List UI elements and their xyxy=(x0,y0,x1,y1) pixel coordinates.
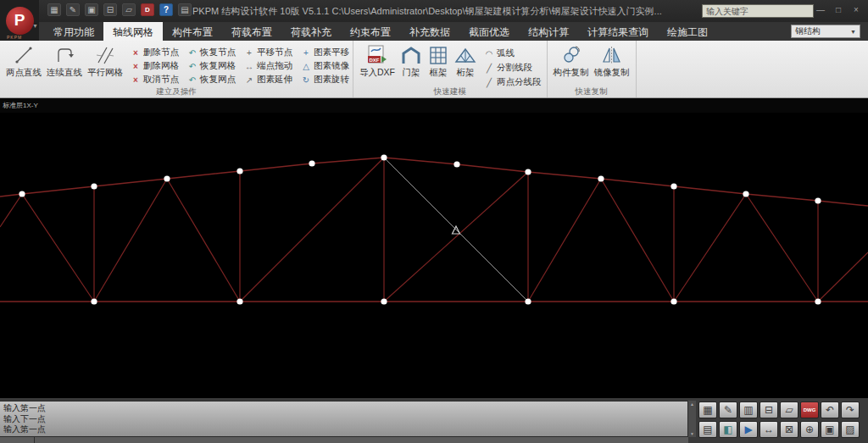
command-line: 输入下一点 xyxy=(3,414,687,425)
print-icon[interactable]: ⊟ xyxy=(103,3,117,16)
group-label-quick-model: 快速建模 xyxy=(353,86,547,97)
fit-button[interactable]: ▨ xyxy=(841,421,860,438)
truss-node xyxy=(236,298,242,304)
logo-dropdown-caret-icon[interactable]: ▼ xyxy=(32,23,38,29)
dwg-button[interactable]: DWG xyxy=(800,401,819,418)
tab-extra-data[interactable]: 补充数据 xyxy=(400,22,459,41)
save-button[interactable]: ▦ xyxy=(698,401,717,418)
frame-button[interactable]: 框架 xyxy=(425,43,452,80)
tab-common[interactable]: 常用功能 xyxy=(44,22,103,41)
portal-frame-button[interactable]: 门架 xyxy=(398,43,425,80)
ribbon: 两点直线 连续直线 平行网格 ×删除节点 ↶恢复 xyxy=(0,41,868,98)
command-input-divider xyxy=(34,437,35,443)
truss-diagonal-member xyxy=(240,158,384,302)
mirror-copy-icon xyxy=(601,45,623,65)
tab-section-optimize[interactable]: 截面优选 xyxy=(459,22,519,41)
mirror-copy-button[interactable]: 镜像复制 xyxy=(592,43,632,80)
restore-node-button[interactable]: ↶恢复节点 xyxy=(187,47,236,58)
truss-node xyxy=(381,154,387,160)
tab-structure-calc[interactable]: 结构计算 xyxy=(519,22,578,41)
zoom-scale-button[interactable]: ⊕ xyxy=(800,421,819,438)
open-folder-icon[interactable]: ▱ xyxy=(122,3,136,16)
two-point-line-icon xyxy=(14,45,34,65)
tab-construction-drawing[interactable]: 绘施工图 xyxy=(658,22,717,41)
truss-top-chord xyxy=(0,158,868,206)
parallel-grid-button[interactable]: 平行网格 xyxy=(85,43,125,80)
move-node-button[interactable]: +平移节点 xyxy=(244,47,292,58)
arc-tools: ◠弧线 ╱分割线段 ╱两点分线段 xyxy=(484,47,542,88)
title-bar: ▦✎▣⊟▱D?▤ PKPM 结构设计软件 10版 V5.1.1 C:\Users… xyxy=(0,0,868,22)
command-input-bar[interactable] xyxy=(0,437,688,443)
zoom-window-button[interactable]: ⊠ xyxy=(780,421,798,438)
truss-node xyxy=(309,160,314,166)
minimize-button[interactable]: — xyxy=(815,4,826,16)
window-title: PKPM 结构设计软件 10版 V5.1.1 C:\Users\Administ… xyxy=(192,5,662,18)
truss-button[interactable]: 桁架 xyxy=(452,43,479,80)
undo-button[interactable]: ↶ xyxy=(821,401,839,418)
restore-gridpoint-button[interactable]: ↶恢复网点 xyxy=(187,74,236,86)
edit-note-icon[interactable]: ▤ xyxy=(178,3,192,16)
tab-member-layout[interactable]: 构件布置 xyxy=(163,22,222,41)
member-copy-icon xyxy=(560,45,582,65)
save-template-button[interactable]: ▥ xyxy=(739,401,758,418)
truss-node xyxy=(525,169,531,174)
truss-node xyxy=(670,298,676,304)
truss-node xyxy=(91,183,97,189)
command-scrollbar[interactable]: ▲ ▼ xyxy=(688,401,696,437)
help-icon[interactable]: ? xyxy=(159,3,173,16)
scroll-down-icon[interactable]: ▼ xyxy=(690,431,694,436)
drawing-canvas[interactable] xyxy=(0,113,868,398)
group-label-quick-copy: 快速复制 xyxy=(548,86,636,97)
material-dropdown[interactable]: 钢结构 ▼ xyxy=(791,25,860,38)
cancel-node-button[interactable]: ×取消节点 xyxy=(131,74,179,86)
continuous-line-button[interactable]: 连续直线 xyxy=(44,43,85,80)
element-extend-button[interactable]: ↗图素延伸 xyxy=(244,74,292,86)
pan-button[interactable]: ▣ xyxy=(821,421,839,438)
tab-load-layout[interactable]: 荷载布置 xyxy=(222,22,281,41)
view-tool-button[interactable]: ◧ xyxy=(719,421,737,438)
truss-diagonal-member xyxy=(818,252,868,302)
close-button[interactable]: × xyxy=(851,4,861,16)
delete-grid-button[interactable]: ×删除网格 xyxy=(131,60,179,72)
element-rotate-button[interactable]: ↻图素旋转 xyxy=(301,74,349,86)
truss-node xyxy=(525,298,531,304)
element-mirror-button[interactable]: △图素镜像 xyxy=(301,60,349,72)
scroll-up-icon[interactable]: ▲ xyxy=(690,401,694,407)
truss-icon xyxy=(454,45,476,65)
two-point-line-button[interactable]: 两点直线 xyxy=(3,43,44,80)
window-copy-icon[interactable]: ▣ xyxy=(85,3,98,16)
restore-grid-button[interactable]: ↶恢复网格 xyxy=(187,60,236,72)
drag-endpoint-button[interactable]: ↔端点拖动 xyxy=(244,60,292,72)
search-input[interactable] xyxy=(702,4,814,18)
notes-button[interactable]: ▤ xyxy=(698,421,717,438)
truss-diagonal-member xyxy=(22,194,94,302)
arc-line-button[interactable]: ◠弧线 xyxy=(484,47,542,59)
tab-load-extra[interactable]: 荷载补充 xyxy=(281,22,341,41)
dwg-export-icon[interactable]: D xyxy=(141,3,154,16)
save-as-button[interactable]: ✎ xyxy=(719,401,737,418)
truss-diagonal-member xyxy=(528,179,601,302)
app-logo[interactable]: P ▼ PKPM xyxy=(0,0,39,41)
open-folder-button[interactable]: ▱ xyxy=(780,401,798,418)
delete-node-button[interactable]: ×删除节点 xyxy=(131,47,179,58)
measure-button[interactable]: ↔ xyxy=(760,421,778,438)
ribbon-group-quick-model: DXF 导入DXF 门架 框架 xyxy=(353,41,548,97)
save-icon[interactable]: ▦ xyxy=(47,3,61,16)
element-move-button[interactable]: +图素平移 xyxy=(301,47,349,58)
tab-constraint[interactable]: 约束布置 xyxy=(341,22,400,41)
save-as-icon[interactable]: ✎ xyxy=(66,3,80,16)
run-button[interactable]: ▶ xyxy=(739,421,758,438)
redo-button[interactable]: ↷ xyxy=(841,401,860,418)
split-segment-button[interactable]: ╱分割线段 xyxy=(484,62,542,74)
tab-results-query[interactable]: 计算结果查询 xyxy=(578,22,658,41)
command-history-panel[interactable]: 输入第一点 输入下一点 输入第一点 xyxy=(0,401,688,437)
element-move-icon: + xyxy=(301,48,311,58)
tab-axis-grid[interactable]: 轴线网格 xyxy=(103,22,163,41)
view-label-bar: 标准层1X-Y xyxy=(0,98,868,113)
truss-model[interactable] xyxy=(0,113,868,398)
print-button[interactable]: ⊟ xyxy=(760,401,778,418)
import-dxf-button[interactable]: DXF 导入DXF xyxy=(357,43,398,80)
arc-line-icon: ◠ xyxy=(484,49,494,58)
member-copy-button[interactable]: 构件复制 xyxy=(551,43,592,80)
restore-button[interactable]: □ xyxy=(833,4,843,16)
